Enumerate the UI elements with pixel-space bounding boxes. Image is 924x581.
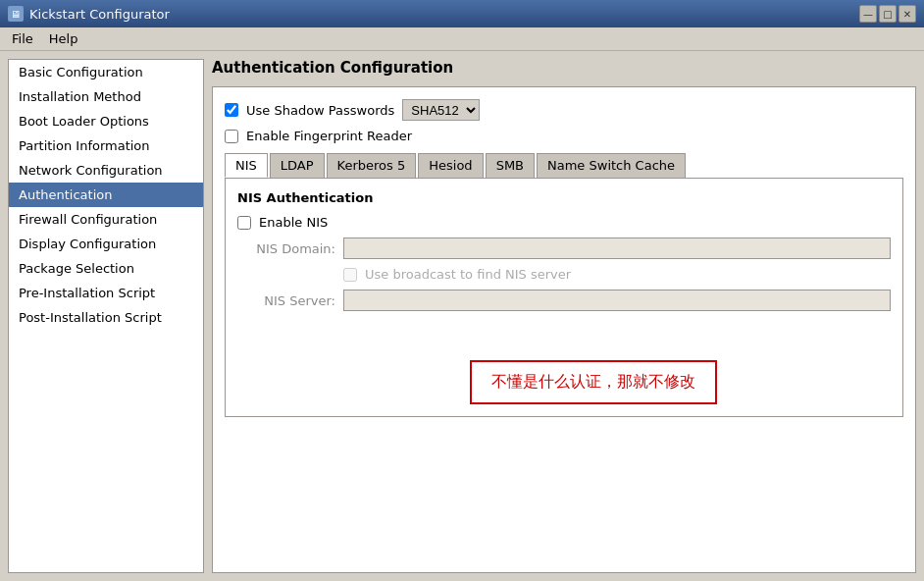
right-panel: Authentication Configuration Use Shadow … [212,59,916,573]
tab-bar: NIS LDAP Kerberos 5 Hesiod SMB Name Swit… [225,153,903,178]
nis-server-input[interactable] [343,290,891,311]
nis-domain-input[interactable] [343,238,891,259]
shadow-passwords-label: Use Shadow Passwords [246,103,394,118]
menubar: File Help [0,27,924,51]
sidebar-item-network-configuration[interactable]: Network Configuration [9,158,203,183]
sidebar-item-pre-installation-script[interactable]: Pre-Installation Script [9,281,203,305]
enable-nis-label: Enable NIS [259,215,328,230]
minimize-button[interactable]: — [859,5,877,23]
tab-kerberos5[interactable]: Kerberos 5 [327,153,417,178]
sidebar-item-boot-loader-options[interactable]: Boot Loader Options [9,109,203,133]
menu-file[interactable]: File [4,29,41,48]
tab-smb[interactable]: SMB [486,153,535,178]
sidebar-item-partition-information[interactable]: Partition Information [9,133,203,158]
fingerprint-row: Enable Fingerprint Reader [225,129,903,143]
fingerprint-label: Enable Fingerprint Reader [246,129,412,143]
use-broadcast-label: Use broadcast to find NIS server [365,267,571,282]
options-area: Use Shadow Passwords SHA512 SHA256 SHA1 … [212,86,916,573]
tab-hesiod[interactable]: Hesiod [418,153,483,178]
enable-nis-row: Enable NIS [237,215,891,230]
sidebar-item-basic-configuration[interactable]: Basic Configuration [9,60,203,84]
use-broadcast-row: Use broadcast to find NIS server [343,267,891,282]
enable-nis-checkbox[interactable] [237,216,251,230]
sidebar-item-display-configuration[interactable]: Display Configuration [9,232,203,256]
shadow-passwords-row: Use Shadow Passwords SHA512 SHA256 SHA1 … [225,99,903,121]
close-button[interactable]: ✕ [898,5,916,23]
sidebar-item-package-selection[interactable]: Package Selection [9,256,203,281]
main-content: Basic Configuration Installation Method … [0,51,924,581]
maximize-button[interactable]: □ [879,5,897,23]
nis-section-title: NIS Authentication [237,190,891,205]
sidebar: Basic Configuration Installation Method … [8,59,204,573]
titlebar: 🖥 Kickstart Configurator — □ ✕ [0,0,924,27]
window-title: Kickstart Configurator [29,7,170,22]
chinese-message: 不懂是什么认证，那就不修改 [470,360,717,404]
sha-select[interactable]: SHA512 SHA256 SHA1 MD5 [402,99,480,121]
app-icon: 🖥 [8,6,24,22]
menu-help[interactable]: Help [41,29,86,48]
titlebar-controls: — □ ✕ [859,5,916,23]
sidebar-item-firewall-configuration[interactable]: Firewall Configuration [9,207,203,232]
sidebar-item-authentication[interactable]: Authentication [9,183,203,207]
tab-content-nis: NIS Authentication Enable NIS NIS Domain… [225,178,903,417]
sidebar-item-post-installation-script[interactable]: Post-Installation Script [9,305,203,330]
tab-ldap[interactable]: LDAP [270,153,325,178]
panel-title: Authentication Configuration [212,59,916,77]
titlebar-left: 🖥 Kickstart Configurator [8,6,170,22]
nis-domain-label: NIS Domain: [237,241,335,256]
tab-name-switch-cache[interactable]: Name Switch Cache [537,153,686,178]
sidebar-item-installation-method[interactable]: Installation Method [9,84,203,109]
fingerprint-checkbox[interactable] [225,130,238,143]
shadow-passwords-checkbox[interactable] [225,103,238,117]
use-broadcast-checkbox[interactable] [343,268,357,282]
tab-nis[interactable]: NIS [225,153,268,178]
nis-server-label: NIS Server: [237,293,335,308]
nis-domain-row: NIS Domain: [237,238,891,259]
nis-server-row: NIS Server: [237,290,891,311]
